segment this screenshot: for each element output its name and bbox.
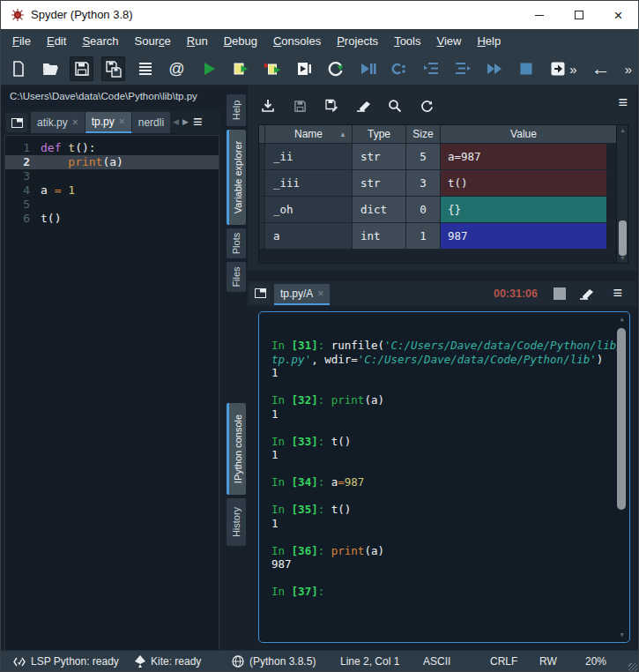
variable-row-_iii[interactable]: _iiistr3t() [259, 170, 628, 197]
save-data-as-icon[interactable] [322, 96, 341, 116]
toolbar-overflow-icon[interactable]: » [565, 62, 581, 77]
editor-line-4: 4a = 1 [5, 183, 219, 198]
console-line: 1 [271, 517, 612, 531]
new-file-button[interactable] [6, 56, 30, 81]
run-cell-button[interactable] [228, 56, 252, 81]
close-button[interactable]: × [598, 1, 638, 29]
variable-table: Name ▲ Type Size Value _iistr5a=987_iiis… [258, 124, 628, 264]
tab-close-icon[interactable]: × [72, 116, 78, 129]
console-tab[interactable]: tp.py/A × [274, 284, 330, 305]
title-bar: Spyder (Python 3.8) × [1, 1, 638, 29]
console-line [271, 489, 612, 504]
console-line: 1 [271, 366, 612, 380]
debug-cell-button[interactable] [387, 56, 411, 81]
scroll-tabs-right-icon[interactable]: ▶ [181, 117, 190, 126]
side-tab-files[interactable]: Files [227, 262, 246, 292]
window-icon [11, 118, 23, 128]
editor-tab-atik[interactable]: atik.py × [31, 112, 85, 133]
open-file-button[interactable] [38, 56, 62, 81]
interrupt-kernel-icon[interactable] [554, 287, 566, 300]
console-dock-tabs: IPython console History [227, 403, 246, 549]
find-symbols-button[interactable]: @ [165, 56, 189, 81]
editor-tab-tp[interactable]: tp.py × [85, 112, 132, 133]
re-run-cell-button[interactable] [323, 56, 347, 81]
minimize-button[interactable] [519, 1, 559, 29]
scroll-tabs-left-icon[interactable]: ◀ [171, 117, 181, 126]
variable-row-_oh[interactable]: _ohdict0{} [259, 197, 628, 223]
console-line: 987 [271, 557, 612, 571]
menu-debug[interactable]: Debug [216, 31, 265, 51]
editor-tab-nerdli[interactable]: nerdli [132, 112, 171, 133]
console-line [271, 530, 612, 544]
window-title: Spyder (Python 3.8) [31, 8, 133, 21]
run-selection-button[interactable] [292, 56, 316, 81]
memory-status: 20% [585, 655, 606, 668]
variable-row-a[interactable]: aint1987 [259, 223, 628, 250]
variable-explorer-options-icon[interactable]: ≡ [618, 96, 628, 108]
console-tab-bar: tp.py/A × 00:31:06 ≡ [248, 281, 636, 306]
clear-console-icon[interactable] [579, 287, 594, 300]
window-icon [255, 288, 266, 298]
kite-status: Kite: ready [135, 655, 201, 668]
import-data-icon[interactable] [258, 96, 278, 116]
ipython-console[interactable]: In [31]: runfile('C:/Users/Dave/data/Cod… [258, 311, 630, 643]
save-all-button[interactable] [101, 56, 125, 81]
maximize-button[interactable] [559, 1, 598, 29]
resize-grip[interactable] [628, 663, 637, 672]
menu-edit[interactable]: Edit [39, 31, 74, 51]
console-scrollbar[interactable]: ▲ ▼ [616, 316, 627, 638]
step-return-button[interactable] [450, 56, 474, 81]
menu-run[interactable]: Run [179, 31, 216, 51]
menu-view[interactable]: View [428, 31, 469, 51]
console-line: In [34]: a=987 [271, 475, 612, 489]
stop-debugging-button[interactable] [514, 56, 538, 81]
continue-execution-button[interactable] [482, 56, 506, 81]
remove-variables-icon[interactable] [353, 96, 373, 116]
side-tab-variable-explorer[interactable]: Variable explorer [227, 130, 246, 225]
editor-line-1: 1def t(): [5, 141, 219, 155]
search-variable-icon[interactable] [385, 96, 405, 116]
side-tab-help[interactable]: Help [227, 94, 246, 126]
debug-file-button[interactable] [355, 56, 379, 81]
tab-close-icon[interactable]: × [317, 287, 323, 300]
file-switcher-button[interactable] [133, 56, 157, 81]
side-tab-plots[interactable]: Plots [227, 228, 246, 258]
menu-file[interactable]: File [4, 31, 39, 51]
menu-projects[interactable]: Projects [329, 31, 386, 51]
run-cell-and-advance-button[interactable] [260, 56, 284, 81]
menu-tools[interactable]: Tools [386, 31, 428, 51]
back-button[interactable]: ← [587, 57, 615, 80]
debug-overflow-icon[interactable]: » [620, 62, 636, 77]
menu-help[interactable]: Help [469, 31, 509, 51]
run-file-button[interactable] [197, 56, 220, 81]
save-file-button[interactable] [70, 56, 93, 81]
editor-line-2: 2 print(a) [5, 155, 219, 169]
step-into-button[interactable] [419, 56, 442, 81]
lsp-status: LSP Python: ready [13, 655, 119, 668]
column-header-size[interactable]: Size [406, 125, 441, 143]
menu-source[interactable]: Source [127, 31, 179, 51]
column-header-value[interactable]: Value [441, 125, 606, 143]
lsp-icon [13, 656, 26, 668]
console-options-icon[interactable]: ≡ [613, 287, 622, 299]
browse-tabs-button[interactable] [6, 113, 27, 132]
column-header-type[interactable]: Type [353, 125, 406, 143]
interpreter-status: (Python 3.8.5) [232, 655, 316, 668]
variable-table-scrollbar[interactable]: ▲ ▼ [616, 125, 628, 263]
menu-consoles[interactable]: Consoles [265, 31, 329, 51]
console-line [271, 421, 612, 435]
browse-console-tabs-button[interactable] [249, 284, 271, 303]
refresh-variables-icon[interactable] [417, 96, 436, 116]
console-line: In [31]: runfile('C:/Users/Dave/data/Cod… [271, 339, 612, 353]
variable-row-_ii[interactable]: _iistr5a=987 [259, 144, 628, 170]
save-data-icon[interactable] [290, 96, 309, 116]
tab-close-icon[interactable]: × [119, 116, 125, 128]
column-header-name[interactable]: Name ▲ [265, 125, 353, 143]
main-area: C:\Users\Dave\data\Code\Python\lib\tp.py… [1, 86, 638, 650]
side-tab-history[interactable]: History [227, 498, 246, 546]
side-tab-ipython-console[interactable]: IPython console [227, 403, 246, 495]
code-editor[interactable]: 1def t():2 print(a)34a = 156t() [4, 135, 219, 672]
menu-search[interactable]: Search [74, 31, 126, 51]
eol-status: CRLF [490, 655, 517, 668]
editor-options-menu-icon[interactable]: ≡ [193, 116, 203, 128]
